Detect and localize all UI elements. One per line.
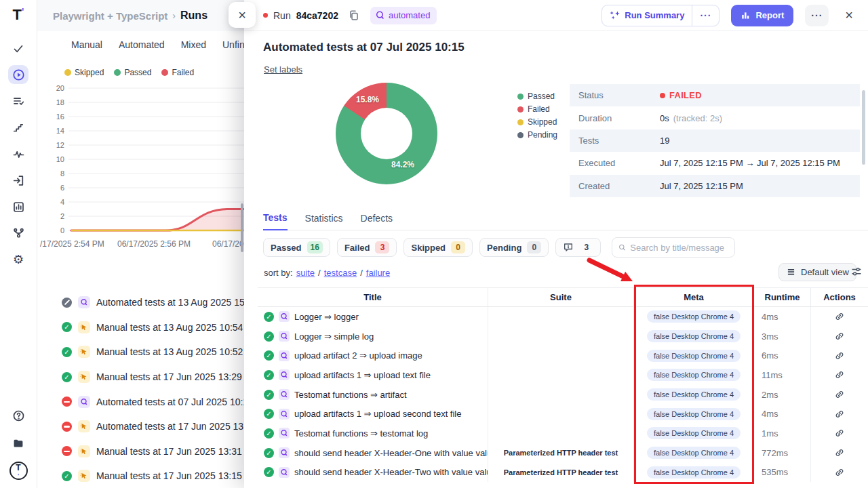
sort-link-testcase[interactable]: testcase [324, 268, 357, 278]
drawer-header: Run 84ca7202 automated Run Summary ··· R… [244, 0, 868, 31]
test-result-row[interactable]: should send header X-Header-One with val… [258, 443, 868, 463]
sidebar-item-runs[interactable] [8, 65, 28, 84]
test-result-row[interactable]: upload artifacts 1 ⇒ upload text filefal… [258, 365, 868, 385]
tab-manual[interactable]: Manual [71, 39, 102, 50]
actions-cell[interactable] [811, 443, 868, 463]
run-list-item[interactable]: Automated tests at 07 Jul 2025 10:15 [37, 389, 244, 414]
app-logo[interactable]: T' [13, 6, 24, 24]
column-header-title[interactable]: Title [258, 288, 488, 306]
tab-automated[interactable]: Automated [119, 39, 165, 50]
runtime-value: 4ms [762, 312, 778, 322]
search-input[interactable] [630, 243, 728, 253]
report-button[interactable]: Report [731, 5, 793, 26]
link-icon [834, 350, 845, 361]
drawer-more-button[interactable]: ··· [805, 5, 829, 26]
tab-mixed[interactable]: Mixed [181, 39, 206, 50]
run-id: 84ca7202 [296, 10, 338, 21]
column-header-runtime[interactable]: Runtime [754, 288, 811, 306]
test-result-row[interactable]: upload artifact 2 ⇒ upload imagefalse De… [258, 346, 868, 365]
meta-badge: false Desktop Chrome 4 [647, 408, 741, 420]
actions-cell[interactable] [811, 365, 868, 385]
automated-badge[interactable]: automated [370, 7, 437, 24]
passed-filter-button[interactable]: Passed16 [263, 238, 330, 257]
view-settings-button[interactable] [850, 266, 863, 278]
test-title-cell: Logger ⇒ simple log [258, 327, 488, 346]
copy-run-id-button[interactable] [348, 9, 359, 21]
link-icon [834, 369, 845, 380]
results-donut-chart: 15.8% 84.2% [336, 83, 437, 184]
account-avatar[interactable]: T' [9, 462, 28, 480]
test-title: should send header X-Header-Two with val… [294, 467, 488, 477]
tab-defects[interactable]: Defects [361, 213, 393, 230]
actions-cell[interactable] [811, 346, 868, 365]
passed-status-icon [264, 312, 274, 322]
run-list-item[interactable]: Manual tests at 13 Aug 2025 10:52fro [37, 340, 244, 365]
sidebar-item-analytics[interactable] [8, 144, 28, 163]
run-title: Automated tests at 13 Aug 2025 15:53 [96, 297, 244, 308]
run-list-item[interactable]: Manual tests at 17 Jun 2025 13:29fron [37, 365, 244, 390]
set-labels-link[interactable]: Set labels [264, 64, 302, 75]
drawer-close-button[interactable]: × [841, 7, 857, 23]
legend-label: Skipped [75, 68, 104, 77]
sort-link-failure[interactable]: failure [366, 268, 390, 278]
column-header-actions[interactable]: Actions [811, 288, 868, 306]
breadcrumb-project[interactable]: Playwright + TypeScript [53, 10, 167, 22]
test-title: upload artifacts 1 ⇒ upload text file [294, 370, 431, 380]
drawer-close-tab-button[interactable]: × [229, 2, 256, 28]
drawer-tabs: TestsStatisticsDefects [263, 209, 868, 230]
runs-panel-scrollbar[interactable] [241, 203, 243, 252]
actions-cell[interactable] [811, 327, 868, 346]
annotation-arrow [587, 257, 639, 287]
left-nav-rail: T' ⚙ T' [0, 0, 37, 488]
sidebar-item-milestones[interactable] [8, 118, 28, 137]
sort-link-suite[interactable]: suite [296, 268, 315, 278]
column-header-meta[interactable]: Meta [634, 288, 754, 306]
sidebar-item-test-plans[interactable] [8, 92, 28, 110]
actions-cell[interactable] [811, 463, 868, 483]
list-view-icon [786, 267, 796, 277]
comments-filter-button[interactable]: 3 [555, 238, 601, 257]
passed-status-icon [264, 370, 274, 380]
run-summary-more-button[interactable]: ··· [692, 10, 719, 21]
actions-cell[interactable] [811, 404, 868, 424]
sidebar-item-tests[interactable] [8, 39, 28, 58]
sidebar-item-reports[interactable] [8, 197, 28, 216]
test-result-row[interactable]: should send header X-Header-Two with val… [258, 463, 868, 483]
drawer-scrollbar[interactable] [862, 90, 865, 165]
donut-legend-item-skipped: Skipped [517, 118, 557, 126]
sidebar-item-branches[interactable] [8, 224, 28, 243]
help-button[interactable] [8, 406, 28, 425]
automated-type-icon [279, 311, 290, 322]
run-list-item[interactable]: Manual tests at 17 Jun 2025 13:31from [37, 439, 244, 464]
runtime-cell: 1ms [754, 424, 811, 443]
test-result-row[interactable]: upload artifacts 1 ⇒ upload second text … [258, 404, 868, 424]
run-list-item[interactable]: Manual tests at 17 Jun 2025 13:15from [37, 464, 244, 488]
run-summary-button[interactable]: Run Summary [602, 10, 692, 21]
default-view-button[interactable]: Default view [778, 263, 856, 281]
sidebar-item-import[interactable] [8, 171, 28, 190]
run-list-item[interactable]: Manual tests at 13 Aug 2025 10:542 [37, 315, 244, 340]
comment-icon [563, 242, 574, 253]
suite-cell [488, 424, 634, 443]
info-row-created: CreatedJul 7, 2025 12:15 PM [570, 175, 860, 197]
actions-cell[interactable] [811, 307, 868, 327]
test-result-row[interactable]: Testomat functions ⇒ artifactfalse Deskt… [258, 385, 868, 405]
failed-filter-button[interactable]: Failed3 [337, 238, 397, 257]
pending-filter-button[interactable]: Pending0 [479, 238, 549, 257]
tab-statistics[interactable]: Statistics [305, 213, 343, 230]
stairs-icon [12, 121, 25, 134]
skipped-filter-button[interactable]: Skipped0 [403, 238, 473, 257]
test-result-row[interactable]: Logger ⇒ loggerfalse Desktop Chrome 44ms [258, 307, 868, 327]
run-list-item[interactable]: Automated tests at 13 Aug 2025 15:53 [37, 290, 244, 315]
actions-cell[interactable] [811, 424, 868, 443]
projects-button[interactable] [8, 434, 28, 453]
tab-unfinished[interactable]: Unfini [222, 39, 244, 50]
test-result-row[interactable]: Logger ⇒ simple logfalse Desktop Chrome … [258, 327, 868, 346]
column-header-suite[interactable]: Suite [488, 288, 634, 306]
run-list-item[interactable]: Automated tests at 17 Jun 2025 13:30 [37, 414, 244, 439]
test-result-row[interactable]: Testomat functions ⇒ testomat logfalse D… [258, 424, 868, 443]
tab-tests[interactable]: Tests [263, 212, 288, 230]
legend-dot [161, 69, 168, 76]
sidebar-item-settings[interactable]: ⚙ [8, 250, 28, 269]
actions-cell[interactable] [811, 385, 868, 405]
